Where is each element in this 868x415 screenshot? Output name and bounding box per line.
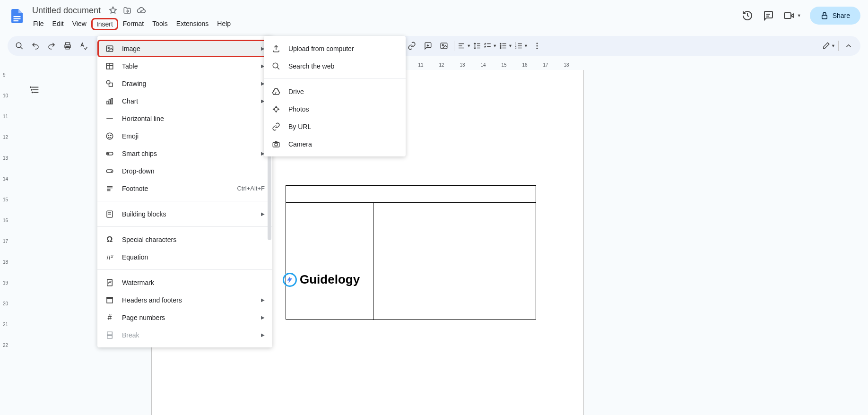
checklist-button[interactable]: ▼ <box>483 42 497 50</box>
svg-rect-55 <box>111 98 113 104</box>
menubar: File Edit View Insert Format Tools Exten… <box>29 18 741 30</box>
redo-button[interactable] <box>44 39 59 53</box>
insert-footnote-item[interactable]: Footnote Ctrl+Alt+F <box>97 180 272 197</box>
insert-emoji-item[interactable]: Emoji <box>97 127 272 145</box>
collapse-toolbar-button[interactable] <box>842 39 856 53</box>
svg-rect-73 <box>107 332 113 335</box>
insert-hline-item[interactable]: Horizontal line <box>97 110 272 127</box>
submenu-arrow-icon: ▶ <box>261 315 265 320</box>
svg-point-16 <box>442 44 443 46</box>
menu-item-label: Special characters <box>122 236 265 243</box>
header: Untitled document File Edit View Insert … <box>0 0 868 32</box>
search-icon <box>271 61 281 71</box>
insert-specialchars-item[interactable]: Ω Special characters <box>97 231 272 248</box>
omega-icon: Ω <box>105 235 114 244</box>
cloud-status-icon[interactable] <box>137 6 146 15</box>
share-label: Share <box>833 12 850 19</box>
more-options-button[interactable] <box>530 39 544 53</box>
image-drive-item[interactable]: Drive <box>264 83 406 100</box>
menu-format[interactable]: Format <box>119 18 148 30</box>
share-button[interactable]: Share <box>810 7 860 25</box>
insert-smartchips-item[interactable]: Smart chips ▶ <box>97 145 272 162</box>
buildingblocks-icon <box>105 209 114 219</box>
align-button[interactable]: ▼ <box>457 42 471 50</box>
image-camera-item[interactable]: Camera <box>264 135 406 153</box>
menu-tools[interactable]: Tools <box>148 18 172 30</box>
svg-rect-6 <box>822 15 827 19</box>
svg-rect-5 <box>784 13 791 18</box>
submenu-arrow-icon: ▶ <box>261 297 265 303</box>
menu-divider <box>97 226 272 227</box>
menu-item-label: Equation <box>122 253 265 261</box>
insert-drawing-item[interactable]: Drawing ▶ <box>97 75 272 92</box>
menu-insert[interactable]: Insert <box>91 18 118 30</box>
svg-point-39 <box>536 48 538 49</box>
menu-extensions[interactable]: Extensions <box>173 18 212 30</box>
document-table[interactable] <box>286 185 536 320</box>
bulleted-list-button[interactable]: ▼ <box>499 42 512 50</box>
star-icon[interactable] <box>108 6 118 15</box>
line-spacing-button[interactable] <box>473 42 481 50</box>
dropdown-icon <box>105 166 114 176</box>
insert-chart-item[interactable]: Chart ▶ <box>97 92 272 110</box>
insert-image-item[interactable]: Image ▶ <box>97 40 272 57</box>
menu-item-label: Photos <box>288 105 398 113</box>
insert-buildingblocks-item[interactable]: Building blocks ▶ <box>97 205 272 223</box>
title-area: Untitled document File Edit View Insert … <box>29 4 741 30</box>
insert-equation-item[interactable]: π² Equation <box>97 248 272 266</box>
image-upload-item[interactable]: Upload from computer <box>264 40 406 57</box>
menu-view[interactable]: View <box>69 18 90 30</box>
link-icon <box>271 122 281 131</box>
insert-pagenumbers-item[interactable]: # Page numbers ▶ <box>97 309 272 326</box>
search-menus-button[interactable] <box>12 39 26 53</box>
image-byurl-item[interactable]: By URL <box>264 118 406 135</box>
undo-button[interactable] <box>28 39 43 53</box>
svg-point-58 <box>108 135 109 136</box>
svg-rect-54 <box>109 100 111 104</box>
meet-button[interactable]: ▼ <box>783 9 801 22</box>
menu-item-label: Camera <box>288 140 398 148</box>
move-icon[interactable] <box>122 6 132 15</box>
svg-point-26 <box>500 45 501 46</box>
watermark-icon <box>105 278 114 287</box>
insert-link-button[interactable] <box>405 39 419 53</box>
add-comment-button[interactable] <box>421 39 435 53</box>
svg-point-44 <box>31 89 32 90</box>
menu-item-label: Upload from computer <box>288 45 398 52</box>
break-icon <box>105 330 114 340</box>
menu-item-label: Drawing <box>122 80 253 87</box>
image-search-item[interactable]: Search the web <box>264 57 406 75</box>
drive-icon <box>271 87 281 96</box>
insert-table-item[interactable]: Table ▶ <box>97 57 272 75</box>
editing-mode-button[interactable]: ▼ <box>822 42 835 50</box>
submenu-arrow-icon: ▶ <box>261 332 265 337</box>
svg-point-78 <box>275 143 278 146</box>
svg-point-61 <box>108 153 109 154</box>
insert-dropdown-item[interactable]: Drop-down <box>97 162 272 180</box>
comments-icon[interactable] <box>762 9 774 22</box>
insert-watermark-item[interactable]: Watermark <box>97 274 272 291</box>
insert-image-button[interactable] <box>437 39 451 53</box>
menu-help[interactable]: Help <box>213 18 234 30</box>
menu-item-label: Table <box>122 62 253 70</box>
spellcheck-button[interactable] <box>77 39 91 53</box>
image-photos-item[interactable]: Photos <box>264 100 406 118</box>
menu-divider <box>264 78 406 79</box>
submenu-arrow-icon: ▶ <box>261 211 265 216</box>
document-title[interactable]: Untitled document <box>29 5 104 17</box>
menu-edit[interactable]: Edit <box>49 18 68 30</box>
history-icon[interactable] <box>741 9 754 22</box>
menu-file[interactable]: File <box>29 18 48 30</box>
table-row[interactable] <box>286 186 536 203</box>
insert-headersfooters-item[interactable]: Headers and footers ▶ <box>97 291 272 309</box>
svg-point-38 <box>536 45 538 47</box>
show-outline-button[interactable] <box>26 81 43 98</box>
table-row[interactable] <box>286 203 536 320</box>
svg-rect-2 <box>14 20 19 21</box>
docs-logo[interactable] <box>8 4 26 28</box>
numbered-list-button[interactable]: 123▼ <box>514 42 528 50</box>
print-button[interactable] <box>61 39 75 53</box>
svg-rect-0 <box>14 16 21 17</box>
vertical-ruler[interactable]: 910111213141516171819202122 <box>2 70 10 415</box>
svg-point-75 <box>273 63 278 68</box>
